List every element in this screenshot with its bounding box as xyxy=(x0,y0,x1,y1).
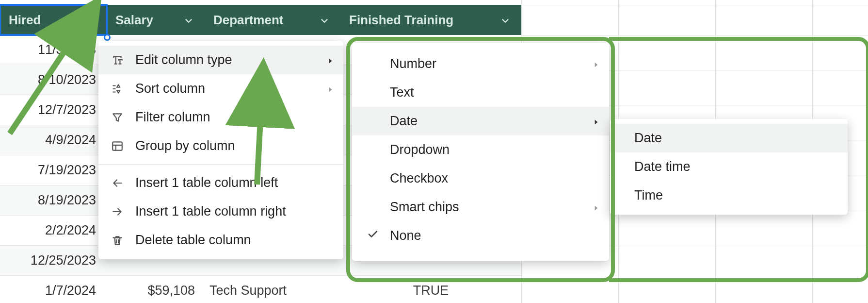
column-context-menu: Edit column type Sort column Filter colu… xyxy=(98,41,343,259)
chevron-down-icon[interactable] xyxy=(183,15,194,25)
column-header-salary[interactable]: Salary xyxy=(107,5,205,35)
menu-item-type-none[interactable]: None xyxy=(352,221,609,250)
menu-item-label: Insert 1 table column left xyxy=(135,175,278,190)
cell-dept[interactable]: Tech Support xyxy=(205,283,340,298)
menu-item-type-dropdown[interactable]: Dropdown xyxy=(352,135,609,164)
menu-item-type-number[interactable]: Number xyxy=(352,50,609,78)
menu-item-group-by-column[interactable]: Group by column xyxy=(98,132,343,160)
chevron-down-icon[interactable] xyxy=(85,15,96,25)
menu-item-label: Group by column xyxy=(135,138,235,153)
trash-icon xyxy=(110,233,125,248)
chevron-down-icon[interactable] xyxy=(319,15,330,25)
column-header-department[interactable]: Department xyxy=(205,5,340,35)
check-icon xyxy=(366,228,380,243)
menu-item-date-time[interactable]: Date time xyxy=(610,152,848,181)
menu-item-edit-column-type[interactable]: Edit column type xyxy=(98,46,343,74)
date-type-submenu: Date Date time Time xyxy=(610,119,848,215)
selection-handle[interactable] xyxy=(104,34,111,41)
column-header-hired[interactable]: Hired xyxy=(0,5,107,35)
table-header: Hired Salary Department Finished Trainin… xyxy=(0,5,521,35)
cell-hired[interactable]: 8/19/2023 xyxy=(0,193,107,208)
menu-item-label: Delete table column xyxy=(135,233,251,248)
menu-item-label: Insert 1 table column right xyxy=(135,204,286,219)
cell-hired[interactable]: 12/25/2023 xyxy=(0,253,107,268)
column-header-finished-training[interactable]: Finished Training xyxy=(340,5,521,35)
chevron-down-icon[interactable] xyxy=(500,15,511,25)
sort-icon xyxy=(110,82,125,96)
chevron-right-icon xyxy=(327,52,334,67)
menu-item-sort-column[interactable]: Sort column xyxy=(98,74,343,103)
menu-item-filter-column[interactable]: Filter column xyxy=(98,103,343,132)
menu-item-label: Filter column xyxy=(135,110,210,125)
chevron-right-icon xyxy=(593,56,599,71)
cell-hired[interactable]: 7/19/2023 xyxy=(0,163,107,178)
type-icon xyxy=(110,53,125,67)
menu-item-label: Sort column xyxy=(135,81,205,96)
column-header-label: Hired xyxy=(9,13,41,28)
cell-hired[interactable]: 1/7/2024 xyxy=(0,283,107,298)
menu-item-type-date[interactable]: Date xyxy=(352,107,609,135)
menu-item-type-checkbox[interactable]: Checkbox xyxy=(352,164,609,193)
group-icon xyxy=(110,139,125,153)
column-type-submenu: Number Text Date Dropdown Checkbox Smart… xyxy=(352,43,609,261)
menu-item-label: Text xyxy=(390,85,414,100)
menu-separator xyxy=(98,164,343,165)
menu-item-label: Smart chips xyxy=(390,200,459,215)
column-header-label: Finished Training xyxy=(349,13,453,28)
menu-item-label: Number xyxy=(390,56,436,71)
chevron-right-icon xyxy=(593,114,599,129)
arrow-right-icon xyxy=(110,204,125,219)
menu-item-label: Date xyxy=(634,131,662,146)
cell-hired[interactable]: 2/2/2024 xyxy=(0,223,107,238)
menu-item-label: Time xyxy=(634,188,663,203)
menu-item-label: Date xyxy=(390,114,418,129)
cell-hired[interactable]: 8/10/2023 xyxy=(0,72,107,87)
menu-item-label: Checkbox xyxy=(390,171,448,186)
cell-hired[interactable]: 11/3/2023 xyxy=(0,42,107,57)
menu-item-date[interactable]: Date xyxy=(610,124,848,152)
column-header-label: Salary xyxy=(115,13,153,28)
menu-item-label: Edit column type xyxy=(135,52,232,67)
menu-item-insert-column-left[interactable]: Insert 1 table column left xyxy=(98,168,343,197)
menu-item-label: None xyxy=(390,228,421,243)
arrow-left-icon xyxy=(110,176,125,190)
cell-hired[interactable]: 4/9/2024 xyxy=(0,133,107,148)
menu-item-type-text[interactable]: Text xyxy=(352,78,609,107)
cell-salary[interactable]: $59,108 xyxy=(107,283,205,298)
filter-icon xyxy=(110,110,125,125)
menu-item-insert-column-right[interactable]: Insert 1 table column right xyxy=(98,197,343,226)
column-header-label: Department xyxy=(213,13,283,28)
menu-item-delete-column[interactable]: Delete table column xyxy=(98,226,343,254)
chevron-right-icon xyxy=(327,81,334,96)
cell-hired[interactable]: 12/7/2023 xyxy=(0,102,107,118)
cell-train[interactable]: TRUE xyxy=(340,283,521,298)
svg-rect-0 xyxy=(113,142,122,150)
table-row[interactable]: 1/7/2024 $59,108 Tech Support TRUE xyxy=(0,276,521,303)
menu-item-type-smart-chips[interactable]: Smart chips xyxy=(352,193,609,221)
menu-item-label: Dropdown xyxy=(390,142,450,157)
menu-item-label: Date time xyxy=(634,159,691,174)
menu-item-time[interactable]: Time xyxy=(610,181,848,210)
chevron-right-icon xyxy=(593,200,599,215)
